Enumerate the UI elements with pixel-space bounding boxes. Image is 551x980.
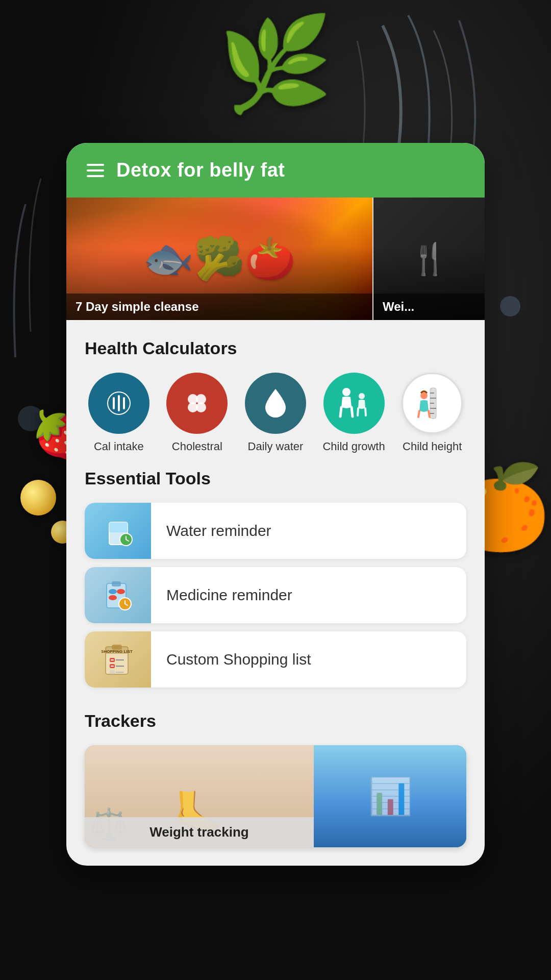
tool-card-medicine-reminder[interactable]: Medicine reminder <box>85 567 466 623</box>
svg-text:SHOPPING LIST: SHOPPING LIST <box>102 649 133 654</box>
pineapple-decoration: 🌿 <box>218 10 333 118</box>
trackers-section: Trackers 🦶 ⚖️ 📊 Weight tracking <box>66 706 485 866</box>
banner-label-cleanse: 7 Day simple cleanse <box>66 293 372 320</box>
calc-label-daily-water: Daily water <box>248 440 304 453</box>
svg-point-28 <box>117 589 125 594</box>
water-reminder-icon <box>85 503 151 559</box>
calculators-row: Cal intake Cholestral <box>85 373 466 453</box>
calc-item-cal-intake[interactable]: Cal intake <box>85 373 153 453</box>
banner-card-weight[interactable]: 🍴 Wei... <box>372 198 485 320</box>
health-calculators-title: Health Calculators <box>85 338 466 358</box>
calc-icon-daily-water <box>245 373 306 434</box>
tool-card-water-reminder[interactable]: Water reminder <box>85 503 466 559</box>
calc-icon-cholestral <box>166 373 228 434</box>
banner-card-cleanse[interactable]: 🐟🥦🍅 7 Day simple cleanse <box>66 198 372 320</box>
water-reminder-label: Water reminder <box>151 522 466 540</box>
banner-label-weight: Wei... <box>373 293 485 320</box>
banner-section: 🐟🥦🍅 7 Day simple cleanse 🍴 Wei... <box>66 198 485 320</box>
medicine-reminder-label: Medicine reminder <box>151 586 466 604</box>
calc-label-child-growth: Child growth <box>322 440 385 453</box>
calc-item-cholestral[interactable]: Cholestral <box>163 373 232 453</box>
calc-label-cal-intake: Cal intake <box>94 440 144 453</box>
calc-icon-child-height <box>402 373 463 434</box>
medicine-reminder-icon <box>85 567 151 623</box>
weight-tracking-label: Weight tracking <box>85 817 314 847</box>
svg-point-11 <box>342 388 350 396</box>
svg-rect-43 <box>110 670 115 674</box>
trackers-title: Trackers <box>85 711 466 731</box>
orb-large <box>20 480 56 516</box>
calc-label-cholestral: Cholestral <box>172 440 222 453</box>
calc-icon-child-growth <box>323 373 385 434</box>
svg-rect-26 <box>112 581 121 586</box>
calc-item-child-height[interactable]: Child height <box>398 373 466 453</box>
calc-icon-cal-intake <box>88 373 149 434</box>
svg-point-27 <box>109 589 117 594</box>
tool-card-shopping-list[interactable]: SHOPPING LIST Custom Shopping list <box>85 631 466 688</box>
essential-tools-title: Essential Tools <box>85 469 466 488</box>
calc-item-daily-water[interactable]: Daily water <box>241 373 310 453</box>
svg-point-10 <box>196 402 206 412</box>
health-calculators-section: Health Calculators Cal intake <box>66 320 485 463</box>
shopping-list-icon: SHOPPING LIST <box>85 631 151 688</box>
essential-tools-section: Essential Tools Water reminder <box>66 463 485 706</box>
menu-button[interactable] <box>87 164 104 177</box>
calc-label-child-height: Child height <box>403 440 462 453</box>
tracker-weight-image-right: 📊 <box>314 745 466 847</box>
shopping-list-label: Custom Shopping list <box>151 651 466 668</box>
app-header: Detox for belly fat <box>66 143 485 198</box>
svg-point-29 <box>109 595 117 600</box>
svg-rect-21 <box>109 522 128 532</box>
tracker-card-weight[interactable]: 🦶 ⚖️ 📊 Weight tracking <box>85 745 466 847</box>
header-title: Detox for belly fat <box>116 159 285 181</box>
svg-point-12 <box>359 393 365 399</box>
app-container: Detox for belly fat 🐟🥦🍅 7 Day simple cle… <box>66 143 485 866</box>
calc-item-child-growth[interactable]: Child growth <box>320 373 388 453</box>
